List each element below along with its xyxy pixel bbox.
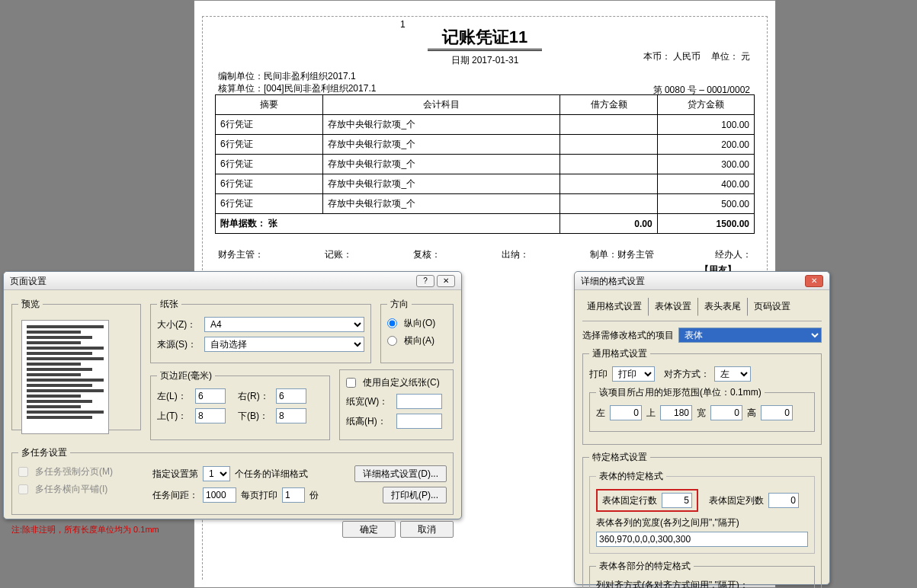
margin-bottom-input[interactable] (276, 408, 306, 423)
preview-legend: 预览 (18, 298, 43, 311)
page-setup-title: 页面设置 (10, 272, 46, 290)
custom-paper-check[interactable] (346, 378, 356, 388)
col-debit: 借方金额 (560, 95, 657, 115)
multitask-legend: 多任务设置 (18, 446, 70, 459)
format-item-select[interactable]: 表体 (678, 328, 822, 343)
col-credit: 贷方金额 (657, 95, 754, 115)
col-subject: 会计科目 (323, 95, 560, 115)
tab-header-footer[interactable]: 表头表尾 (700, 298, 748, 316)
orientation-legend: 方向 (387, 298, 412, 311)
rect-left-input[interactable] (610, 405, 642, 420)
margin-left-input[interactable] (195, 388, 226, 404)
tabs: 通用格式设置 表体设置 表头表尾 页码设置 (582, 298, 822, 316)
detail-format-button[interactable]: 详细格式设置(D)... (354, 465, 447, 482)
detail-format-dialog: 详细的格式设置 ✕ 通用格式设置 表体设置 表头表尾 页码设置 选择需修改格式的… (574, 271, 830, 585)
signatures-row: 财务主管： 记账： 复核： 出纳： 制单：财务主管 经办人： (218, 248, 752, 261)
margins-legend: 页边距(毫米) (157, 369, 215, 382)
tab-general[interactable]: 通用格式设置 (582, 298, 649, 316)
voucher-title: 记账凭证11 (428, 26, 542, 51)
table-row: 6行凭证存放中央银行款项_个400.00 (216, 174, 755, 194)
rect-width-input[interactable] (710, 405, 742, 420)
margin-top-input[interactable] (195, 408, 226, 423)
table-row: 6行凭证存放中央银行款项_个100.00 (216, 115, 755, 135)
footer-credit: 1500.00 (657, 214, 754, 234)
preview-box (21, 320, 109, 434)
table-row: 6行凭证存放中央银行款项_个500.00 (216, 194, 755, 214)
landscape-radio[interactable] (387, 336, 397, 346)
fixed-rows-highlight: 表体固定行数 (596, 489, 698, 512)
page-setup-dialog: 页面设置 ? ✕ 预览 纸张 (3, 271, 462, 519)
unit-note: 注:除非注明，所有长度单位均为 0.1mm (11, 524, 159, 535)
specific-legend: 特定格式设置 (589, 451, 650, 464)
print-select[interactable]: 打印 (612, 366, 655, 382)
fixed-cols-input[interactable] (768, 493, 799, 508)
task-index-select[interactable]: 1 (203, 466, 230, 481)
force-page-check (18, 467, 28, 477)
paper-size-select[interactable]: A4 (204, 317, 364, 332)
horiz-tile-check (18, 484, 28, 494)
col-summary: 摘要 (216, 95, 323, 115)
rect-top-input[interactable] (660, 405, 692, 420)
voucher-table: 摘要 会计科目 借方金额 贷方金额 6行凭证存放中央银行款项_个100.006行… (215, 94, 755, 234)
fixed-rows-input[interactable] (662, 493, 692, 508)
table-row: 6行凭证存放中央银行款项_个300.00 (216, 155, 755, 174)
footer-label: 附单据数： 张 (216, 214, 560, 234)
cancel-button[interactable]: 取消 (400, 521, 454, 538)
voucher-org-info: 编制单位：民间非盈利组织2017.1 核算单位：[004]民间非盈利组织2017… (218, 70, 376, 94)
portrait-radio[interactable] (387, 318, 397, 328)
paper-width-input (396, 394, 442, 409)
help-button[interactable]: ? (416, 275, 434, 287)
per-page-input[interactable] (282, 487, 305, 503)
rect-height-input[interactable] (761, 405, 793, 420)
footer-debit: 0.00 (560, 214, 657, 234)
task-gap-input[interactable] (203, 487, 236, 503)
rect-legend: 该项目所占用的矩形范围(单位：0.1mm) (596, 386, 765, 399)
paper-source-select[interactable]: 自动选择 (204, 337, 364, 352)
ok-button[interactable]: 确定 (342, 521, 396, 538)
parts-legend: 表体各部分的特定格式 (596, 560, 694, 573)
paper-height-input (396, 414, 442, 429)
margin-right-input[interactable] (276, 388, 306, 404)
close-button[interactable]: ✕ (437, 275, 455, 287)
detail-title: 详细的格式设置 (581, 272, 645, 290)
align-select[interactable]: 左 (714, 366, 751, 382)
tab-body[interactable]: 表体设置 (650, 298, 698, 316)
paper-legend: 纸张 (157, 298, 181, 311)
col-widths-input[interactable] (596, 532, 808, 547)
general-legend: 通用格式设置 (589, 347, 650, 360)
tab-pagenum[interactable]: 页码设置 (749, 298, 795, 316)
body-specific-legend: 表体的特定格式 (596, 470, 666, 483)
close-button[interactable]: ✕ (805, 275, 823, 287)
table-row: 6行凭证存放中央银行款项_个200.00 (216, 135, 755, 155)
printer-button[interactable]: 打印机(P)... (383, 487, 447, 503)
currency-info: 本币： 人民币 单位： 元 (643, 50, 750, 63)
